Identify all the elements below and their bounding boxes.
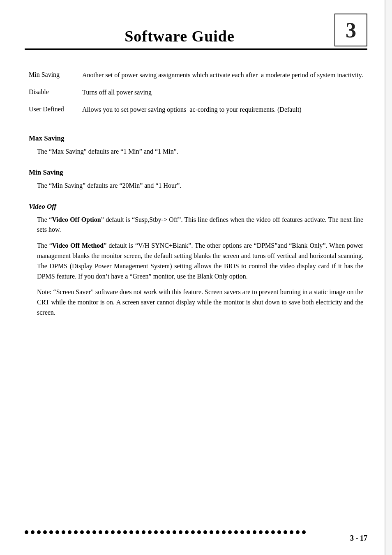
heading-video-off: Video Off — [29, 203, 363, 211]
footer-dot — [148, 530, 152, 534]
footer-dot — [99, 530, 102, 534]
footer-dot — [111, 530, 115, 534]
footer-dot — [216, 530, 219, 534]
footer-dot — [62, 530, 65, 534]
def-row-min-saving: Min Saving Another set of power saving a… — [29, 70, 363, 88]
heading-max-saving: Max Saving — [29, 134, 363, 143]
footer-dot — [253, 530, 256, 534]
footer-dots-row — [25, 530, 367, 534]
footer-dot — [117, 530, 121, 534]
chapter-number: 3 — [346, 18, 356, 42]
footer-dot — [68, 530, 71, 534]
footer-dot — [234, 530, 238, 534]
heading-min-saving: Min Saving — [29, 168, 363, 177]
footer-dot — [154, 530, 158, 534]
footer-dot — [80, 530, 84, 534]
def-row-disable: Disable Turns off all power saving — [29, 88, 363, 105]
def-term-disable: Disable — [29, 88, 82, 105]
page-number: 3 - 17 — [350, 534, 367, 543]
footer-dot — [105, 530, 108, 534]
body-video-off: The “Video Off Option” default is “Susp,… — [37, 215, 363, 318]
footer-dot — [160, 530, 164, 534]
footer-dot — [222, 530, 226, 534]
para-video-off-2: The “Video Off Method” default is “V/H S… — [37, 241, 363, 281]
para-video-off-3: Note: “Screen Saver” software does not w… — [37, 287, 363, 318]
chapter-badge: 3 — [334, 14, 367, 46]
footer-dot — [166, 530, 170, 534]
footer-bottom: 3 - 17 — [25, 534, 367, 543]
def-term-min-saving: Min Saving — [29, 70, 82, 88]
footer-dot — [129, 530, 133, 534]
para-min-saving-1: The “Min Saving” defaults are “20Min” an… — [37, 181, 363, 191]
footer-dot — [191, 530, 195, 534]
footer-dot — [86, 530, 90, 534]
body-max-saving: The “Max Saving” defaults are “1 Min” an… — [37, 147, 363, 157]
def-desc-user-defined: Allows you to set power saving options a… — [82, 105, 363, 122]
footer-dot — [37, 530, 41, 534]
footer-dot — [290, 530, 293, 534]
footer-dot — [43, 530, 47, 534]
section-video-off: Video Off The “Video Off Option” default… — [29, 203, 363, 318]
footer-dot — [203, 530, 207, 534]
footer-dot — [302, 530, 306, 534]
footer-dot — [247, 530, 250, 534]
section-max-saving: Max Saving The “Max Saving” defaults are… — [29, 134, 363, 157]
page-footer: 3 - 17 — [0, 530, 392, 543]
footer-dot — [123, 530, 127, 534]
footer-dot — [142, 530, 145, 534]
page-title: Software Guide — [125, 28, 235, 47]
footer-dot — [173, 530, 176, 534]
def-row-user-defined: User Defined Allows you to set power sav… — [29, 105, 363, 122]
footer-dot — [185, 530, 189, 534]
footer-dot — [277, 530, 281, 534]
def-desc-min-saving: Another set of power saving assignments … — [82, 70, 363, 88]
footer-dot — [265, 530, 269, 534]
definition-table: Min Saving Another set of power saving a… — [29, 70, 363, 122]
footer-dot — [259, 530, 263, 534]
footer-dot — [55, 530, 59, 534]
footer-dot — [228, 530, 232, 534]
body-min-saving: The “Min Saving” defaults are “20Min” an… — [37, 181, 363, 191]
page-content: Min Saving Another set of power saving a… — [25, 70, 367, 318]
section-min-saving: Min Saving The “Min Saving” defaults are… — [29, 168, 363, 191]
footer-dot — [197, 530, 201, 534]
footer-dot — [210, 530, 213, 534]
footer-dot — [92, 530, 96, 534]
def-term-user-defined: User Defined — [29, 105, 82, 122]
page-header: Software Guide 3 — [25, 0, 367, 50]
footer-dot — [25, 530, 28, 534]
footer-dot — [49, 530, 53, 534]
def-desc-disable: Turns off all power saving — [82, 88, 363, 105]
footer-dot — [136, 530, 139, 534]
footer-dot — [284, 530, 287, 534]
footer-dot — [240, 530, 244, 534]
footer-dot — [74, 530, 78, 534]
para-max-saving-1: The “Max Saving” defaults are “1 Min” an… — [37, 147, 363, 157]
para-video-off-1: The “Video Off Option” default is “Susp,… — [37, 215, 363, 235]
footer-dot — [271, 530, 275, 534]
footer-dot — [31, 530, 35, 534]
footer-dot — [179, 530, 182, 534]
footer-dot — [296, 530, 300, 534]
